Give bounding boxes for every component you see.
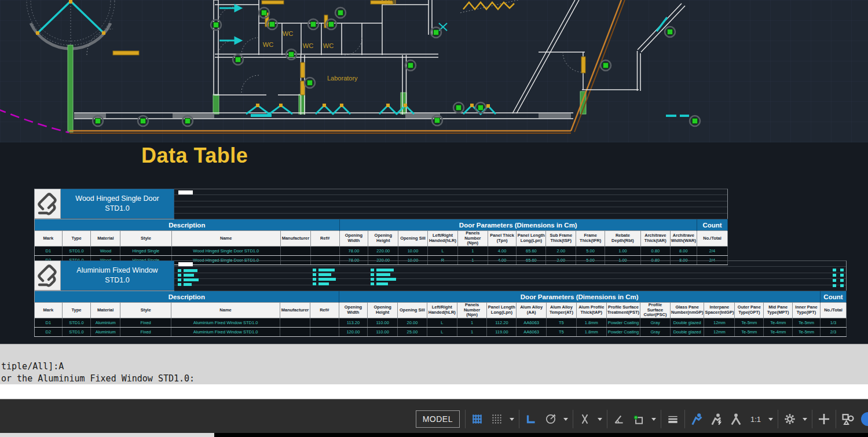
polar-tracking-button[interactable] — [541, 410, 560, 428]
table-cell: Wood Hinged Single Door STD1.0 — [171, 246, 280, 255]
annotation-scale-button[interactable] — [727, 410, 745, 428]
column-header: Frame Thick(tFR) — [576, 231, 605, 247]
column-header: Architrave Thick(tAR) — [640, 231, 670, 247]
annotation-autoscale-button[interactable] — [707, 410, 726, 428]
column-header: Mid Pane Type(MPT) — [764, 303, 793, 318]
badge-circle[interactable] — [861, 412, 868, 426]
table-cell: 5.00 — [576, 246, 605, 255]
object-snap-tracking-button[interactable] — [610, 410, 628, 428]
customization-button[interactable] — [815, 410, 833, 428]
table-cell: 2.00 — [546, 246, 576, 255]
table-cell: 20.00 — [398, 318, 427, 327]
grid-display-button[interactable] — [468, 410, 486, 428]
column-header: Profile Surface Color(PSC) — [640, 303, 671, 318]
column-header: Outer Pane Type(OPT) — [735, 303, 764, 318]
table-cell: AA6063 — [517, 318, 547, 327]
command-line-panel[interactable]: tiple/All]:A or the Aluminium Fixed Wind… — [0, 344, 868, 384]
snap-dropdown[interactable] — [507, 410, 517, 428]
osnap-dropdown[interactable] — [649, 410, 658, 428]
annotation-visibility-button[interactable] — [687, 410, 706, 428]
wc-label: WC — [303, 42, 313, 49]
column-header: Ref# — [310, 231, 339, 247]
column-header: Left/Right Handed(hLR) — [427, 303, 457, 318]
table-cell: STD1.0 — [62, 246, 91, 255]
plus-icon — [817, 412, 831, 426]
scale-dropdown[interactable] — [766, 410, 775, 428]
table-cell: 113.20 — [339, 318, 368, 327]
snap-mode-button[interactable] — [488, 410, 506, 428]
column-header: Opening Width — [339, 303, 368, 318]
polar-icon — [544, 413, 557, 425]
column-header: Opening Sill — [398, 303, 427, 318]
table-cell: 10.00 — [398, 246, 428, 255]
table-cell — [310, 318, 339, 327]
table-cell: STD1.0 — [62, 327, 91, 336]
taskbar-edge — [0, 433, 868, 437]
highlight-block — [178, 190, 193, 194]
table-cell: T5 — [546, 318, 576, 327]
table-cell — [310, 327, 339, 336]
column-header: Manufacturer — [280, 231, 310, 247]
column-header: Alum Profile Thick(tAP) — [576, 303, 606, 318]
column-header: Panels Number (Npn) — [457, 303, 487, 318]
column-header: Material — [91, 303, 120, 318]
column-header: Glass Pane Number(nmGP) — [670, 303, 704, 318]
column-header: Style — [120, 303, 171, 318]
osnap-icon — [632, 413, 645, 425]
table-cell: 1.8mm — [576, 318, 606, 327]
chevron-down-icon — [651, 418, 656, 421]
workspace-button[interactable] — [781, 410, 799, 428]
annotation-scale-value[interactable]: 1:1 — [746, 410, 765, 428]
table-cell: L — [427, 327, 457, 336]
ortho-button[interactable] — [522, 410, 540, 428]
column-header: Ref# — [310, 303, 339, 318]
isodraft-dropdown[interactable] — [595, 410, 605, 428]
table-row: D1STD1.0WoodHinged SingleWood Hinged Sin… — [35, 246, 728, 255]
command-input-area[interactable] — [0, 384, 868, 399]
empty-grid-rows — [174, 189, 728, 219]
chevron-down-icon — [803, 418, 807, 421]
table-cell: AA6063 — [517, 327, 547, 336]
grid-icon — [471, 413, 484, 425]
wc-label: WC — [283, 30, 293, 37]
object-snap-button[interactable] — [629, 410, 648, 428]
logo — [34, 260, 61, 291]
column-header: Style — [120, 231, 171, 247]
snap-grid-icon — [490, 413, 503, 425]
isolate-objects-button[interactable] — [838, 410, 857, 428]
column-header: No./Total — [697, 231, 728, 247]
table-cell: Te-5mm — [735, 327, 764, 336]
column-header: Panels Number (Npn) — [457, 231, 488, 247]
window-schedule-table: Aluminium Fixed Window STD1.0 — [34, 260, 847, 337]
column-header: Mark — [35, 303, 63, 318]
annotation-autoscale-icon — [709, 412, 723, 426]
table-cell: 78.00 — [339, 246, 368, 255]
workspace-dropdown[interactable] — [800, 410, 810, 428]
annotation-scale-icon — [729, 412, 743, 426]
gear-icon — [783, 413, 796, 425]
angle-icon — [613, 413, 625, 425]
polar-dropdown[interactable] — [561, 410, 570, 428]
table-cell — [310, 246, 339, 255]
column-header: Type — [62, 231, 91, 247]
column-header: Panel Length Long(Lpn) — [517, 231, 546, 247]
lineweight-button[interactable] — [664, 410, 682, 428]
status-bar: MODEL — [0, 399, 868, 433]
table-title: Wood Hinged Single Door STD1.0 — [61, 189, 174, 219]
taskbar-edge-light — [0, 433, 214, 437]
chevron-down-icon — [563, 418, 568, 421]
column-header: No./Total — [820, 303, 846, 318]
isometric-drafting-button[interactable] — [576, 410, 594, 428]
column-header: Name — [171, 231, 280, 247]
table-title-line2: STD1.0 — [105, 204, 129, 214]
drawing-viewport[interactable]: WC WC WC WC Laboratory Hall Data Table — [0, 0, 868, 344]
column-header: Opening Sill — [398, 231, 428, 247]
table-title-line2: STD1.0 — [105, 276, 129, 285]
column-header: Opening Height — [368, 231, 398, 247]
column-header: Inner Pane Type(IPT) — [793, 303, 821, 318]
table-title-line1: Aluminium Fixed Window — [76, 266, 158, 276]
column-header: Profile Surface Treatment(PST) — [606, 303, 640, 318]
parameters-band: Door Parameters (Dimensions in Cm) — [339, 219, 697, 231]
lineweight-icon — [666, 413, 679, 425]
model-button[interactable]: MODEL — [416, 410, 460, 428]
